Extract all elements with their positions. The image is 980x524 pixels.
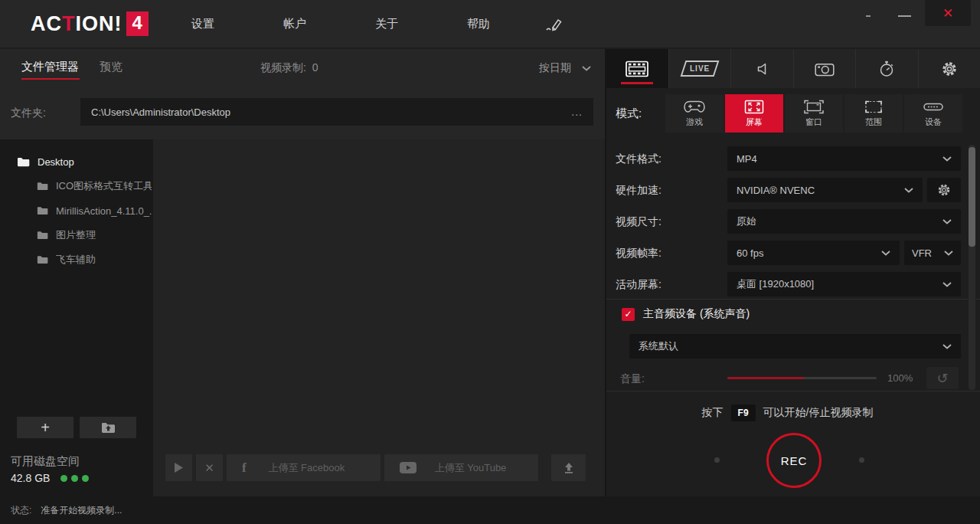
folder-icon (17, 157, 30, 167)
chevron-down-icon (942, 219, 952, 224)
mode-selector: 游戏 屏幕 (665, 94, 962, 133)
window-icon (803, 100, 825, 114)
check-icon: ✓ (624, 309, 632, 319)
video-size-dropdown[interactable]: 原始 (727, 209, 961, 234)
tree-item[interactable]: 飞车辅助 (0, 247, 153, 272)
tree-item-desktop[interactable]: Desktop (0, 149, 153, 174)
main-menu: 设置 帐户 关于 帮助 (173, 0, 568, 48)
tree-item[interactable]: MirillisAction_4.11.0_... (0, 198, 153, 223)
primary-audio-checkbox[interactable]: ✓ (622, 308, 635, 321)
chevron-down-icon (942, 282, 952, 287)
recording-settings-pane: LIVE (605, 49, 980, 496)
status-label: 状态: (11, 504, 31, 517)
mode-window[interactable]: 窗口 (785, 94, 843, 133)
setting-row-framerate: 视频帧率: 60 fps VFR (606, 241, 980, 265)
menu-settings[interactable]: 设置 (173, 11, 233, 38)
add-folder-button[interactable]: + (17, 417, 74, 438)
folder-up-icon (101, 422, 116, 434)
pen-icon[interactable] (541, 10, 568, 39)
mode-label: 模式: (616, 94, 642, 133)
close-icon: ✕ (942, 5, 953, 21)
sort-by-date-dropdown[interactable]: 按日期 (539, 61, 591, 75)
status-text: 准备开始视频录制... (41, 504, 122, 517)
tab-preview[interactable]: 预览 (100, 60, 122, 74)
active-screen-dropdown[interactable]: 桌面 [1920x1080] (727, 272, 961, 296)
menu-help[interactable]: 帮助 (449, 11, 508, 38)
logo-text: AC (31, 11, 62, 37)
menu-about[interactable]: 关于 (357, 11, 416, 38)
folder-icon (37, 255, 48, 264)
close-button[interactable]: ✕ (925, 0, 971, 26)
hw-acceleration-settings-button[interactable] (927, 178, 961, 202)
volume-value: 100% (887, 368, 913, 389)
setting-row-active-screen: 活动屏幕: 桌面 [1920x1080] (606, 272, 980, 296)
upload-button[interactable] (551, 454, 586, 481)
folder-path-field[interactable]: C:\Users\Administrator\Desktop ... (80, 98, 593, 126)
recordings-list-area[interactable]: ✕ f 上傳至 Facebook 上傳至 YouTube (153, 139, 605, 496)
upload-facebook-button[interactable]: f 上傳至 Facebook (227, 454, 381, 481)
chevron-down-icon (582, 66, 591, 71)
settings-scrollbar[interactable] (969, 145, 975, 390)
volume-label: 音量: (620, 368, 645, 389)
mode-screen[interactable]: 屏幕 (725, 94, 783, 133)
volume-reset-button[interactable]: ↺ (926, 367, 959, 389)
setting-row-file-format: 文件格式: MP4 (606, 146, 980, 171)
audio-device-dropdown[interactable]: 系统默认 (629, 334, 961, 359)
file-format-dropdown[interactable]: MP4 (727, 146, 961, 171)
recordings-toolbar: ✕ f 上傳至 Facebook 上傳至 YouTube (165, 454, 586, 481)
minimize-button[interactable] (898, 15, 911, 17)
scrollbar-thumb[interactable] (969, 147, 975, 247)
disk-space-info: 可用磁盘空间 42.8 GB (11, 454, 89, 484)
framerate-dropdown[interactable]: 60 fps (727, 241, 900, 265)
statusbar: 状态: 准备开始视频录制... (0, 496, 980, 524)
plus-icon: + (41, 419, 50, 437)
hotkey-keycap: F9 (731, 404, 756, 421)
upload-icon (563, 462, 575, 474)
tab-audio-recording[interactable] (730, 49, 793, 88)
capture-tabs: LIVE (606, 49, 980, 88)
speaker-icon (754, 61, 769, 77)
folder-icon (37, 182, 48, 191)
gear-icon (940, 60, 959, 78)
mode-device[interactable]: 设备 (904, 94, 962, 133)
logo-version-badge: 4 (126, 11, 149, 36)
folder-label: 文件夹: (11, 106, 46, 120)
mode-games[interactable]: 游戏 (665, 94, 724, 133)
tab-video-recording[interactable] (606, 49, 668, 88)
tab-time-shift[interactable] (855, 49, 918, 88)
recordings-count: 视频录制: 0 (260, 61, 318, 75)
folder-tree: Desktop ICO图标格式互转工具 MirillisAction_4.11.… (0, 139, 153, 272)
folder-path-value: C:\Users\Administrator\Desktop (91, 106, 230, 118)
mode-region[interactable]: 范围 (844, 94, 903, 133)
carousel-dot[interactable] (714, 457, 720, 463)
upload-youtube-button[interactable]: 上傳至 YouTube (384, 454, 538, 481)
folder-icon (37, 231, 48, 240)
gamepad-icon (683, 100, 706, 114)
tab-settings[interactable] (918, 49, 980, 88)
tray-minimize-button[interactable] (866, 15, 871, 17)
film-icon (626, 61, 648, 77)
screen-expand-icon (743, 100, 765, 114)
live-icon: LIVE (680, 61, 719, 77)
tab-file-manager[interactable]: 文件管理器 (21, 60, 79, 74)
tree-item[interactable]: ICO图标格式互转工具 (0, 174, 153, 198)
disk-status-dots (60, 475, 89, 482)
carousel-dot[interactable] (859, 457, 864, 463)
volume-slider[interactable] (727, 377, 877, 379)
tree-item[interactable]: 图片整理 (0, 223, 153, 247)
chevron-down-icon (881, 251, 890, 256)
vfr-dropdown[interactable]: VFR (904, 241, 961, 265)
tab-live-streaming[interactable]: LIVE (668, 49, 731, 88)
browse-button[interactable]: ... (571, 106, 583, 118)
hotkey-hint: 按下 F9 可以开始/停止视频录制 (606, 403, 969, 423)
folder-tree-panel: Desktop ICO图标格式互转工具 MirillisAction_4.11.… (0, 139, 153, 496)
import-folder-button[interactable] (80, 417, 136, 438)
play-button[interactable] (165, 454, 192, 481)
titlebar: ACTION! 4 设置 帐户 关于 帮助 ✕ (0, 0, 980, 48)
hw-acceleration-dropdown[interactable]: NVIDIA® NVENC (727, 178, 923, 202)
tab-screenshots[interactable] (793, 49, 856, 88)
record-button[interactable]: REC (766, 433, 822, 488)
menu-account[interactable]: 帐户 (265, 11, 325, 38)
disk-space-value: 42.8 GB (11, 472, 50, 484)
delete-button[interactable]: ✕ (196, 454, 223, 481)
